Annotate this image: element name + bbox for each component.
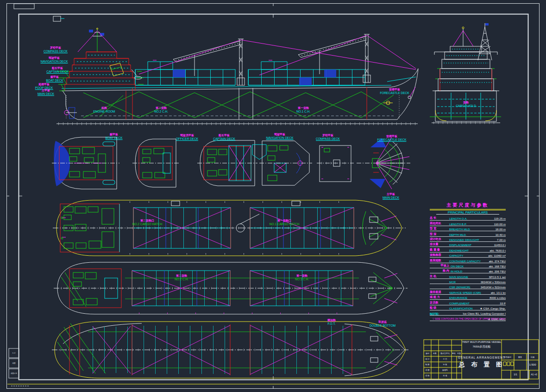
cad-drawing-viewport[interactable]: 罗经甲板 COMPASS DECK 驾驶甲板 NAVIGATION DECK 船… <box>0 0 546 392</box>
particulars-title-en: PRINCIPAL PARTICULARS <box>436 211 499 215</box>
profile-label-engine-room: 机舱 ENGINE ROOM <box>94 107 115 113</box>
particulars-row: 货舱舱容CAPACITYabt. 11060 m³ <box>430 253 506 258</box>
particulars-row: 续 航 力ENDURANCE8000 s.miles <box>430 295 506 300</box>
profile-label-no1-hold: 第一货舱 NO.1 C.H. <box>296 107 310 113</box>
titleblock-weight-header: 重量 <box>518 356 522 358</box>
titleblock-sign-process: 工 艺 <box>443 358 447 360</box>
particulars-row: 舱 内IN HOLDabt. 206 TEU <box>430 268 506 273</box>
particulars-row: CSR (90%MCR)3451KW x 522r/min <box>430 284 506 289</box>
titleblock-sheet-value: 1/1 <box>514 373 517 376</box>
double-bottom-title-label: 双层底 DOUBLE BOTTOM <box>370 321 395 327</box>
main-deck-no1-hatch-label: 第一货舱口 NO.1 CARGO HATCH <box>270 219 300 226</box>
particulars-row: 集装箱数CONTAINER CAPACITYabt. 374 TEU <box>430 258 506 263</box>
titleblock-sign-approve: 批 准 <box>443 374 447 377</box>
tween-deck-plan <box>54 262 408 314</box>
titleblock-rev-header-mark: 标记 <box>426 352 429 354</box>
titleblock-drawing-en: GENERAL ARRANGEMENT <box>458 356 505 359</box>
titleblock-sign-check: 审 核 <box>443 363 447 366</box>
titleblock-stage-header: 阶段标记 <box>504 356 511 358</box>
profile-deck-label-captain: 船长甲板 CAPTAIN DECK <box>46 67 69 74</box>
particulars-row: 两柱间长LENGTH B.P.110.00 m <box>430 221 506 226</box>
profile-deck-label-boat: 艇甲板 BOAT DECK <box>46 76 63 82</box>
titleblock-rev-header-sign: 签名 <box>452 352 456 354</box>
tween-deck-no1-hold-label: 第一货舱 NO.1 C.H. <box>295 274 309 281</box>
profile-label-no2-hold: 第二货舱 NO.2 C.H. <box>154 107 168 113</box>
titleblock-rev-header-doc: 更改文件号 <box>440 352 450 354</box>
titleblock-sign-proof: 描 校 <box>425 374 429 377</box>
titleblock-scale-header: 比例 <box>531 356 534 358</box>
margin-stamp-mark: 标记 <box>13 352 16 354</box>
section-label-cargo-hold: 货舱 CARGO HOLD <box>456 101 476 107</box>
section-view <box>430 23 501 123</box>
titleblock-project-en: 7650T MULTI-PURPOSE VESSEL <box>462 341 502 343</box>
profile-deck-label-main: 主甲板 MAIN DECK <box>38 89 54 96</box>
plan-label-officer-deck: 驾驶员甲板 OFFICER DECK <box>176 134 198 141</box>
margin-stamp-trace: 描图 <box>13 362 16 364</box>
main-deck-title-label: 主甲板 MAIN DECK <box>383 193 399 200</box>
particulars-row: 主 机MAIN ENGINE6PC2-5 1 set <box>430 273 506 278</box>
superstructure-deck-plans <box>52 137 410 189</box>
main-deck-plan <box>53 200 406 256</box>
profile-deck-label-compass: 罗经甲板 COMPASS DECK <box>44 46 68 53</box>
margin-stamp-base: 底图总号 <box>11 373 17 374</box>
particulars-row: 设计吃水DESIGNED DRAUGHT7.00 m <box>430 237 506 242</box>
double-bottom-plan <box>52 322 408 378</box>
note-title: NOTE: <box>430 312 439 316</box>
particulars-row: Ice Class B1, Loading Computer I <box>430 310 506 316</box>
particulars-row: 定员数COMPLEMENT33 P <box>430 300 506 305</box>
particulars-row: 甲板上ON DECKabt. 168 TEU <box>430 263 506 268</box>
double-bottom-tank-label: 燃油舱 F.O.T. <box>327 319 336 325</box>
main-deck-no2-hatch-label: 第二货舱口 NO.2 CARGO HATCH <box>132 219 163 226</box>
titleblock-sign-design: 设 计 <box>425 358 429 360</box>
particulars-row: 总 长LENGTH O.A.119.25 m <box>430 215 506 221</box>
titleblock-drawing-zh: 总 布 置 图 <box>459 360 504 369</box>
titleblock-rev-header-count: 处数 <box>433 352 437 354</box>
tween-deck-no2-hold-label: 第二货舱 NO.2 C.H. <box>175 274 188 281</box>
particulars-row: MCR3834KW x 530r/min <box>430 279 506 284</box>
particulars-row: 服务航速SERVICE SPEED (CSR)abt. 13.1 kn <box>430 289 506 294</box>
principal-particulars-table: 主要尺度与参数 PRINCIPAL PARTICULARS 总 长LENGTH … <box>430 202 506 321</box>
plan-label-navigation-deck: 驾驶甲板 NAVIGATION DECK <box>266 133 294 140</box>
titleblock-sign-draw: 制 图 <box>425 363 429 366</box>
particulars-row: 载 重 量DEADWEIGHTabt. 7630.0 t <box>430 247 506 252</box>
titleblock-sign-std: 标准化 <box>442 369 448 371</box>
particulars-row: 船 级CLASSIFICATION★ CSA ,Cargo Ship, <box>430 305 506 310</box>
titleblock-project-zh: 7650t多用途船 <box>472 345 490 349</box>
profile-label-forecastle-deck: 首楼甲板 FORECASTLE DECK <box>380 88 409 95</box>
titleblock-rev-header-date: 日期 <box>457 352 461 354</box>
profile-deck-label-navigation: 驾驶甲板 NAVIGATION DECK <box>41 57 68 63</box>
particulars-title-zh: 主要尺度与参数 <box>430 202 506 210</box>
titleblock-sheet-size: A1 ×3 <box>531 373 537 376</box>
particulars-row: 型 深DEPTH MLD.10.40 m <box>430 231 506 236</box>
plan-label-boat-deck: 艇甲板 BOAT DECK <box>106 133 123 140</box>
plan-label-captain-deck: 船长甲板 CAPTAIN DECK <box>213 134 235 141</box>
plan-label-compass-deck: 罗经甲板 COMPASS DECK <box>316 134 340 141</box>
particulars-row: 排水量DISPLACEMENT11453.0 t <box>430 242 506 247</box>
particulars-row: 型 宽BREADTH MLD.18.00 m <box>430 226 506 231</box>
note-line: ▽ SIDE CONTOURS ON THE OPEN DECK OF UPPE… <box>433 317 506 320</box>
drawing-linework <box>0 0 546 392</box>
titleblock-sign-trace: 描 图 <box>425 369 429 371</box>
plan-label-forecastle: 首楼甲板 FORECASTLE DECK <box>377 135 406 142</box>
titleblock-scale-value: 1:500 <box>529 363 536 366</box>
